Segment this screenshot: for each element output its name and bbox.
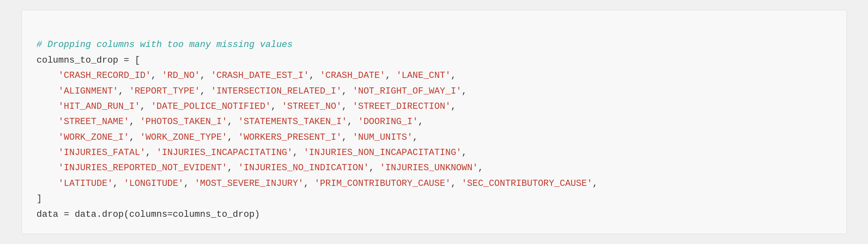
string-value: 'LONGITUDE' [124, 178, 184, 189]
string-value: 'PHOTOS_TAKEN_I' [140, 117, 227, 127]
string-value: 'INJURIES_NO_INDICATION' [238, 163, 369, 173]
string-value: 'PRIM_CONTRIBUTORY_CAUSE' [315, 178, 451, 189]
drop-call: data.drop(columns=columns_to_drop) [75, 209, 260, 220]
string-value: 'MOST_SEVERE_INJURY' [194, 178, 303, 189]
string-value: 'DOORING_I' [358, 117, 418, 127]
close-bracket: ] [37, 194, 42, 204]
string-value: 'INJURIES_INCAPACITATING' [156, 148, 293, 158]
string-value: 'WORK_ZONE_I' [58, 132, 129, 143]
operator: = [ [118, 55, 140, 66]
string-value: 'STREET_NAME' [58, 117, 129, 127]
data-variable: data [37, 209, 59, 220]
string-value: 'HIT_AND_RUN_I' [58, 101, 140, 112]
string-value: 'INTERSECTION_RELATED_I' [211, 86, 342, 96]
comment-line: # Dropping columns with too many missing… [37, 40, 293, 50]
string-value: 'ALIGNMENT' [58, 86, 118, 96]
string-value: 'WORK_ZONE_TYPE' [140, 132, 227, 143]
string-value: 'INJURIES_REPORTED_NOT_EVIDENT' [58, 163, 227, 173]
string-value: 'CRASH_DATE_EST_I' [211, 70, 309, 81]
string-value: 'INJURIES_UNKNOWN' [380, 163, 478, 173]
string-value: 'CRASH_DATE' [320, 70, 385, 81]
string-value: 'SEC_CONTRIBUTORY_CAUSE' [461, 178, 592, 189]
string-value: 'INJURIES_FATAL' [58, 148, 145, 158]
string-value: 'NOT_RIGHT_OF_WAY_I' [352, 86, 461, 96]
string-value: 'STATEMENTS_TAKEN_I' [238, 117, 347, 127]
string-value: 'NUM_UNITS' [352, 132, 412, 143]
string-value: 'STREET_DIRECTION' [352, 101, 451, 112]
string-value: 'REPORT_TYPE' [129, 86, 200, 96]
string-value: 'STREET_NO' [282, 101, 342, 112]
string-value: 'INJURIES_NON_INCAPACITATING' [303, 148, 461, 158]
string-value: 'RD_NO' [162, 70, 200, 81]
variable-name: columns_to_drop [37, 55, 118, 66]
string-value: 'CRASH_RECORD_ID' [58, 70, 151, 81]
string-value: 'DATE_POLICE_NOTIFIED' [151, 101, 271, 112]
string-value: 'LATITUDE' [58, 178, 113, 189]
string-value: 'LANE_CNT' [396, 70, 451, 81]
string-value: 'WORKERS_PRESENT_I' [238, 132, 342, 143]
code-block: # Dropping columns with too many missing… [21, 10, 847, 234]
